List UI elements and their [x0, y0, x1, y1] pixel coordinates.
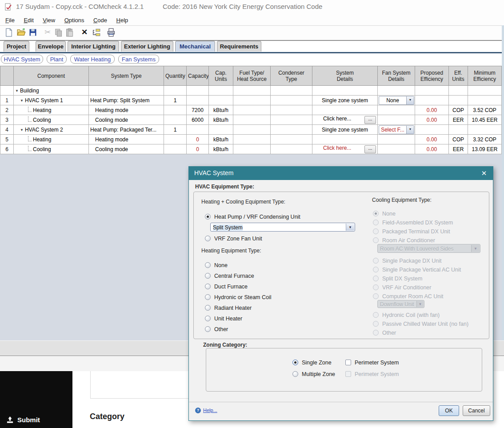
ok-button[interactable]: OK [439, 405, 459, 416]
subtab-hvac-system[interactable]: HVAC System [1, 55, 43, 64]
help-label: Help... [203, 408, 217, 413]
component-cell[interactable]: ▼HVAC System 1 [14, 96, 89, 105]
radio-radiant-heater[interactable]: Radiant Heater [205, 304, 252, 310]
cell [378, 115, 415, 125]
system-type-cell[interactable]: Cooling mode [89, 144, 164, 154]
menu-code[interactable]: Code [92, 16, 109, 24]
dialog-title-bar[interactable]: HVAC System ✕ [189, 167, 493, 180]
eff-units-cell[interactable]: EER [449, 115, 468, 125]
capacity-cell[interactable]: 0 [187, 144, 209, 154]
radio-heating-none[interactable]: None [205, 261, 228, 268]
system-type-cell[interactable]: Heat Pump: Packaged Ter... [89, 125, 164, 135]
component-cell[interactable]: ▼HVAC System 2 [14, 125, 89, 135]
submit-button[interactable]: Submit [6, 416, 40, 424]
subtab-fan-systems[interactable]: Fan Systems [118, 55, 159, 64]
expand-arrow-icon[interactable]: ▼ [20, 128, 24, 132]
proposed-efficiency-cell[interactable]: 0.00 [415, 144, 449, 154]
details-ellipsis-button[interactable]: ... [364, 116, 376, 124]
paste-icon [65, 28, 74, 37]
save-icon[interactable] [28, 28, 37, 37]
details-ellipsis-button[interactable]: ... [364, 145, 376, 153]
capacity-cell[interactable]: 0 [187, 135, 209, 144]
quantity-cell[interactable]: 1 [164, 125, 187, 135]
radio-duct-furnace[interactable]: Duct Furnace [205, 282, 248, 289]
open-file-icon[interactable] [17, 28, 26, 37]
heat-pump-type-combobox[interactable]: Split System ▼ [210, 223, 355, 232]
click-here-label[interactable]: Click here... [323, 116, 351, 122]
cap-units-cell[interactable]: kBtu/h [209, 135, 233, 144]
component-cell[interactable]: Cooling [14, 144, 89, 154]
proposed-efficiency-cell[interactable]: 0.00 [415, 105, 449, 115]
subtab-plant[interactable]: Plant [47, 55, 67, 64]
cell [164, 144, 187, 154]
menu-help[interactable]: Help [115, 16, 130, 24]
system-type-cell[interactable]: Cooling mode [89, 115, 164, 125]
component-cell-selected[interactable]: Heating [14, 105, 89, 115]
radio-label: Other [382, 330, 396, 336]
tab-project[interactable]: Project [4, 41, 29, 52]
rownum-cell: 4 [0, 125, 14, 135]
eff-units-cell[interactable]: COP [449, 105, 468, 115]
chevron-down-icon[interactable]: ▼ [346, 224, 354, 231]
fan-system-combobox[interactable]: None ▼ [379, 96, 414, 105]
close-icon[interactable]: ✕ [480, 169, 488, 178]
checkbox-perimeter-system-1[interactable]: Perimeter System [345, 358, 399, 365]
capacity-cell[interactable]: 6000 [187, 115, 209, 125]
expand-arrow-icon[interactable]: ▼ [20, 99, 24, 103]
click-here-label[interactable]: Click here... [323, 145, 351, 151]
eff-units-cell[interactable]: COP [449, 135, 468, 144]
submit-label: Submit [17, 416, 40, 424]
menu-file[interactable]: File [4, 16, 16, 24]
system-type-cell[interactable]: Heating mode [89, 105, 164, 115]
menu-options[interactable]: Options [63, 16, 86, 24]
print-icon[interactable] [107, 28, 116, 37]
transfer-icon[interactable] [92, 28, 100, 37]
chevron-down-icon[interactable]: ▼ [406, 96, 414, 104]
system-details-cell[interactable]: Click here...... [312, 115, 378, 125]
subtab-water-heating[interactable]: Water Heating [70, 55, 115, 64]
capacity-cell[interactable]: 7200 [187, 105, 209, 115]
cap-units-cell[interactable]: kBtu/h [209, 115, 233, 125]
cancel-button[interactable]: Cancel [463, 405, 490, 416]
menu-view[interactable]: View [41, 16, 57, 24]
cap-units-cell[interactable]: kBtu/h [209, 144, 233, 154]
help-link[interactable]: ?Help... [195, 407, 217, 413]
component-cell[interactable]: ▼Building [14, 86, 89, 96]
tab-mechanical[interactable]: Mechanical [175, 41, 215, 52]
eff-units-cell[interactable]: EER [449, 144, 468, 154]
expand-arrow-icon[interactable]: ▼ [15, 89, 19, 93]
quantity-cell[interactable]: 1 [164, 96, 187, 105]
radio-multiple-zone[interactable]: Multiple Zone [292, 370, 335, 376]
proposed-efficiency-cell[interactable]: 0.00 [415, 135, 449, 144]
system-type-cell[interactable]: Heating mode [89, 135, 164, 144]
tab-envelope[interactable]: Envelope [36, 41, 66, 52]
system-details-cell[interactable]: Click here...... [312, 144, 378, 154]
menu-edit[interactable]: Edit [22, 16, 35, 24]
radio-vrf-zone-fan[interactable]: VRF Zone Fan Unit [205, 234, 262, 241]
system-details-cell[interactable]: Single zone system [312, 96, 378, 105]
radio-heating-other[interactable]: Other [205, 325, 228, 332]
heating-type-label: Heating Equipment Type: [201, 248, 261, 254]
rownum-cell: 2 [0, 105, 14, 115]
tab-exterior-lighting[interactable]: Exterior Lighting [121, 41, 173, 52]
tab-interior-lighting[interactable]: Interior Lighting [68, 41, 119, 52]
delete-icon[interactable]: ✕ [80, 28, 89, 37]
new-file-icon[interactable] [4, 28, 13, 37]
radio-single-zone[interactable]: Single Zone [292, 358, 332, 365]
radio-unit-heater[interactable]: Unit Heater [205, 314, 242, 321]
radio-central-furnace[interactable]: Central Furnace [205, 272, 254, 278]
cap-units-cell[interactable]: kBtu/h [209, 105, 233, 115]
radio-label: Radiant Heater [214, 305, 252, 311]
proposed-efficiency-cell[interactable]: 0.00 [415, 115, 449, 125]
table-row-heating-1: 2 Heating Heating mode 7200 kBtu/h 0.00 … [0, 105, 502, 115]
component-cell[interactable]: Cooling [14, 115, 89, 125]
tab-requirements[interactable]: Requirements [217, 41, 261, 52]
radio-heat-pump-vrf[interactable]: Heat Pump / VRF Condensing Unit [205, 212, 300, 219]
component-cell[interactable]: Heating [14, 135, 89, 144]
system-details-cell[interactable]: Single zone system [312, 125, 378, 135]
chevron-down-icon[interactable]: ▼ [406, 126, 414, 134]
fan-system-combobox[interactable]: Select F... ▼ [379, 125, 414, 134]
header-condenser-type: Condenser Type [271, 66, 312, 86]
radio-hydronic-steam-coil[interactable]: Hydronic or Steam Coil [205, 293, 272, 300]
system-type-cell[interactable]: Heat Pump: Split System [89, 96, 164, 105]
